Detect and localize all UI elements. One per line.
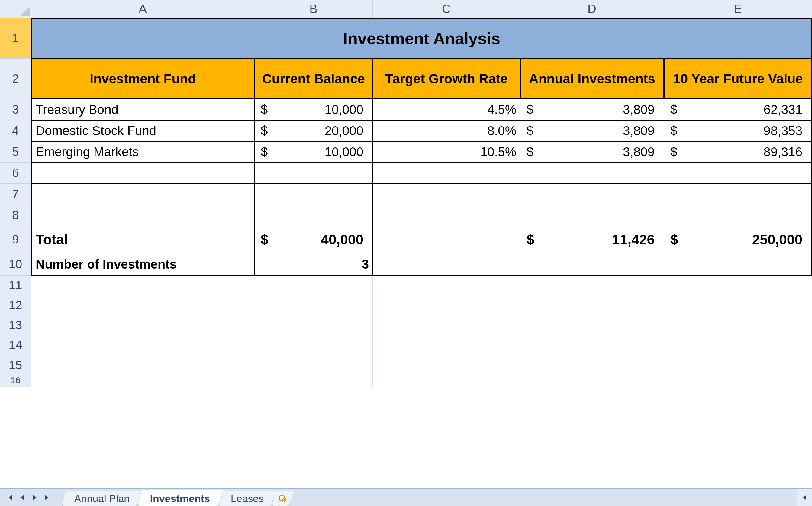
cell-c4[interactable]: 8.0% bbox=[373, 120, 520, 141]
cell-e12[interactable] bbox=[664, 296, 812, 315]
cell-e3[interactable]: $62,331 bbox=[664, 99, 812, 120]
row-header-15[interactable]: 15 bbox=[0, 355, 31, 375]
cell-d13[interactable] bbox=[520, 315, 664, 335]
cell-b16[interactable] bbox=[254, 375, 373, 387]
row-header-7[interactable]: 7 bbox=[0, 184, 31, 205]
cell-a14[interactable] bbox=[31, 335, 254, 355]
row-header-2[interactable]: 2 bbox=[0, 59, 31, 99]
cell-d11[interactable] bbox=[520, 275, 664, 296]
cell-a3[interactable]: Treasury Bond bbox=[31, 99, 254, 120]
cell-b11[interactable] bbox=[254, 275, 373, 296]
row-header-5[interactable]: 5 bbox=[0, 141, 31, 163]
cell-e6[interactable] bbox=[664, 163, 812, 184]
cell-a7[interactable] bbox=[31, 184, 254, 205]
cell-grid[interactable]: Investment Analysis Investment Fund Curr… bbox=[31, 18, 812, 489]
cell-a4[interactable]: Domestic Stock Fund bbox=[31, 120, 254, 141]
cell-c15[interactable] bbox=[373, 355, 520, 375]
cell-c16[interactable] bbox=[373, 375, 520, 387]
cell-a5[interactable]: Emerging Markets bbox=[31, 141, 254, 163]
header-annual-investments[interactable]: Annual Investments bbox=[520, 59, 664, 99]
cell-d8[interactable] bbox=[520, 205, 664, 226]
header-investment-fund[interactable]: Investment Fund bbox=[31, 59, 254, 99]
cell-e16[interactable] bbox=[664, 375, 812, 387]
row-header-4[interactable]: 4 bbox=[0, 120, 31, 141]
cell-c10[interactable] bbox=[373, 253, 520, 275]
cell-d6[interactable] bbox=[520, 163, 664, 184]
cell-a13[interactable] bbox=[31, 315, 254, 335]
header-future-value[interactable]: 10 Year Future Value bbox=[664, 59, 812, 99]
cell-b5[interactable]: $10,000 bbox=[254, 141, 373, 163]
row-header-3[interactable]: 3 bbox=[0, 99, 31, 120]
tab-nav-last-icon[interactable] bbox=[42, 492, 53, 503]
col-header-d[interactable]: D bbox=[520, 0, 664, 18]
cell-c13[interactable] bbox=[373, 315, 520, 335]
cell-d12[interactable] bbox=[520, 296, 664, 315]
cell-e14[interactable] bbox=[664, 335, 812, 355]
cell-d14[interactable] bbox=[520, 335, 664, 355]
cell-b14[interactable] bbox=[254, 335, 373, 355]
cell-c6[interactable] bbox=[373, 163, 520, 184]
row-header-9[interactable]: 9 bbox=[0, 226, 31, 253]
cell-c14[interactable] bbox=[373, 335, 520, 355]
cell-b6[interactable] bbox=[254, 163, 373, 184]
row-header-11[interactable]: 11 bbox=[0, 275, 31, 296]
cell-d5[interactable]: $3,809 bbox=[520, 141, 664, 163]
cell-d10[interactable] bbox=[520, 253, 664, 275]
cell-e4[interactable]: $98,353 bbox=[664, 120, 812, 141]
header-current-balance[interactable]: Current Balance bbox=[254, 59, 373, 99]
cell-d16[interactable] bbox=[520, 375, 664, 387]
select-all-corner[interactable] bbox=[0, 0, 31, 18]
tab-nav-first-icon[interactable] bbox=[4, 492, 14, 503]
cell-b12[interactable] bbox=[254, 296, 373, 315]
col-header-a[interactable]: A bbox=[31, 0, 254, 18]
tab-nav-next-icon[interactable] bbox=[29, 492, 40, 503]
col-header-c[interactable]: C bbox=[373, 0, 520, 18]
row-header-16[interactable]: 16 bbox=[0, 375, 31, 387]
cell-c9[interactable] bbox=[373, 226, 520, 253]
row-header-12[interactable]: 12 bbox=[0, 296, 31, 315]
cell-e10[interactable] bbox=[664, 253, 812, 275]
row-header-8[interactable]: 8 bbox=[0, 205, 31, 226]
cell-a16[interactable] bbox=[31, 375, 254, 387]
sheet-tab-leases[interactable]: Leases bbox=[217, 491, 278, 506]
cell-d9[interactable]: $11,426 bbox=[520, 226, 664, 253]
cell-b10-count[interactable]: 3 bbox=[254, 253, 373, 275]
cell-e11[interactable] bbox=[664, 275, 812, 296]
cell-c3[interactable]: 4.5% bbox=[373, 99, 520, 120]
sheet-tab-annual-plan[interactable]: Annual Plan bbox=[61, 491, 144, 506]
cell-b13[interactable] bbox=[254, 315, 373, 335]
cell-a8[interactable] bbox=[31, 205, 254, 226]
cell-e8[interactable] bbox=[664, 205, 812, 226]
cell-d15[interactable] bbox=[520, 355, 664, 375]
row-header-6[interactable]: 6 bbox=[0, 163, 31, 184]
col-header-e[interactable]: E bbox=[664, 0, 812, 18]
cell-e13[interactable] bbox=[664, 315, 812, 335]
cell-b9[interactable]: $40,000 bbox=[254, 226, 373, 253]
cell-a10-count-label[interactable]: Number of Investments bbox=[31, 253, 254, 275]
cell-d4[interactable]: $3,809 bbox=[520, 120, 664, 141]
cell-a9-total[interactable]: Total bbox=[31, 226, 254, 253]
cell-e9[interactable]: $250,000 bbox=[664, 226, 812, 253]
cell-c8[interactable] bbox=[373, 205, 520, 226]
cell-a11[interactable] bbox=[31, 275, 254, 296]
cell-e5[interactable]: $89,316 bbox=[664, 141, 812, 163]
cell-a12[interactable] bbox=[31, 296, 254, 315]
cell-c12[interactable] bbox=[373, 296, 520, 315]
cell-d3[interactable]: $3,809 bbox=[520, 99, 664, 120]
row-header-13[interactable]: 13 bbox=[0, 315, 31, 335]
cell-b7[interactable] bbox=[254, 184, 373, 205]
cell-a6[interactable] bbox=[31, 163, 254, 184]
cell-c7[interactable] bbox=[373, 184, 520, 205]
cell-b15[interactable] bbox=[254, 355, 373, 375]
col-header-b[interactable]: B bbox=[254, 0, 373, 18]
title-cell[interactable]: Investment Analysis bbox=[31, 18, 812, 59]
cell-c5[interactable]: 10.5% bbox=[373, 141, 520, 163]
cell-b8[interactable] bbox=[254, 205, 373, 226]
cell-d7[interactable] bbox=[520, 184, 664, 205]
sheet-tab-investments[interactable]: Investments bbox=[137, 490, 224, 506]
cell-b3[interactable]: $10,000 bbox=[254, 99, 373, 120]
cell-c11[interactable] bbox=[373, 275, 520, 296]
row-header-10[interactable]: 10 bbox=[0, 253, 31, 275]
cell-a15[interactable] bbox=[31, 355, 254, 375]
tab-nav-prev-icon[interactable] bbox=[17, 492, 27, 503]
